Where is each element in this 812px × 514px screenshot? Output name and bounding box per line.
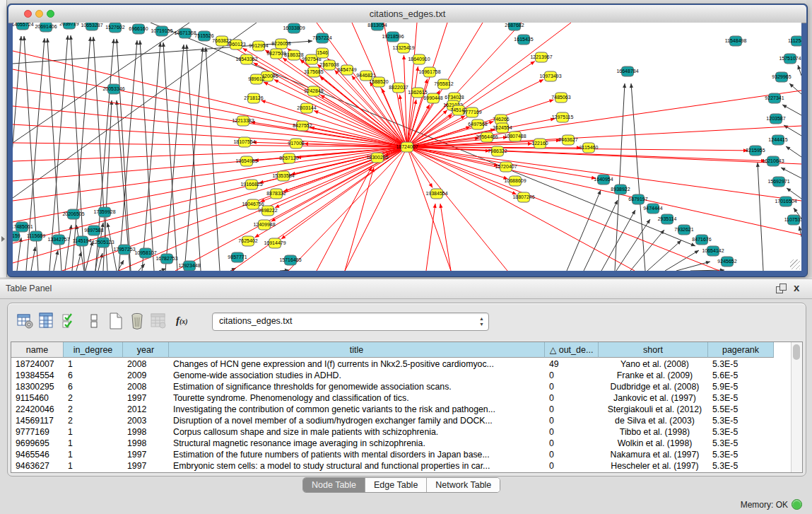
graph-node[interactable]: 9857771 <box>228 252 247 262</box>
graph-node[interactable]: 8471676 <box>692 235 711 245</box>
graph-node[interactable]: 12213383 <box>232 116 254 126</box>
graph-node[interactable]: 15692971 <box>767 177 789 187</box>
graph-node[interactable]: 13342757 <box>47 235 69 245</box>
memory-status-indicator[interactable] <box>792 499 802 510</box>
graph-node[interactable]: 9827508 <box>266 49 286 59</box>
cell-in_degree[interactable]: 2 <box>64 415 122 426</box>
table-row[interactable]: 1872400712008Changes of HCN gene express… <box>11 358 793 370</box>
graph-node[interactable]: 2935114 <box>658 214 677 224</box>
cell-in_degree[interactable]: 1 <box>64 358 122 370</box>
graph-node[interactable]: 9912954 <box>249 41 268 51</box>
graph-node[interactable]: 1640954 <box>594 175 613 185</box>
column-header-pagerank[interactable]: pagerank <box>708 342 774 358</box>
cell-short[interactable]: Tibbo et al. (1998) <box>599 426 707 438</box>
graph-node[interactable]: 9115460 <box>579 143 599 153</box>
row-height-icon[interactable] <box>86 312 104 330</box>
cell-year[interactable]: 2003 <box>123 415 167 426</box>
graph-node[interactable]: 20053346 <box>102 84 124 94</box>
cell-title[interactable]: Corpus callosum shape and size in male p… <box>169 426 543 438</box>
cell-out_de[interactable]: 0 <box>545 381 597 392</box>
graph-node[interactable]: 9329965 <box>772 72 791 82</box>
graph-node[interactable]: 17359928 <box>93 207 115 217</box>
cell-out_de[interactable]: 49 <box>545 358 597 370</box>
window-titlebar[interactable]: citations_edges.txt <box>8 5 806 23</box>
cell-out_de[interactable]: 0 <box>545 438 597 449</box>
delete-column-icon[interactable] <box>128 312 146 330</box>
graph-node[interactable]: 17957253 <box>113 245 135 255</box>
cell-short[interactable]: de Silva et al. (2003) <box>599 415 707 426</box>
graph-node[interactable]: 20691406 <box>35 23 57 32</box>
cell-short[interactable]: Yano et al. (2008) <box>599 358 707 370</box>
cell-in_degree[interactable]: 1 <box>64 460 122 472</box>
cell-out_de[interactable]: 0 <box>545 426 597 438</box>
column-header-title[interactable]: title <box>169 342 545 358</box>
table-row[interactable]: 2242004622012Investigating the contribut… <box>11 404 793 415</box>
graph-node[interactable]: 1107535 <box>784 215 801 225</box>
graph-node[interactable]: 19384554 <box>425 189 447 199</box>
cell-name[interactable]: 18300295 <box>11 381 62 392</box>
graph-node[interactable]: 20564486 <box>476 132 498 142</box>
cell-pagerank[interactable]: 5.6E-5 <box>708 370 772 381</box>
cell-year[interactable]: 1998 <box>123 426 167 438</box>
graph-node[interactable]: 16033809 <box>283 23 305 33</box>
cell-out_de[interactable]: 0 <box>545 404 597 415</box>
graph-node[interactable]: 17016504 <box>775 197 796 206</box>
cell-name[interactable]: 18724007 <box>11 358 62 370</box>
graph-node[interactable]: 1615435 <box>514 35 533 45</box>
cell-pagerank[interactable]: 5.3E-5 <box>708 449 772 460</box>
network-canvas[interactable]: 8960123991295482260589827508165433628186… <box>13 23 801 271</box>
graph-node[interactable]: 122160 <box>531 139 548 148</box>
graph-node[interactable]: 19654985 <box>235 156 257 166</box>
cell-name[interactable]: 19384554 <box>11 370 62 381</box>
cell-title[interactable]: Disruption of a novel member of a sodium… <box>169 415 543 426</box>
cell-year[interactable]: 1997 <box>123 449 167 460</box>
cell-short[interactable]: Stergiakouli et al. (2012) <box>599 404 707 415</box>
table-scrollbar[interactable] <box>791 342 802 472</box>
graph-node[interactable]: 8267130 <box>279 153 298 163</box>
cell-out_de[interactable]: 0 <box>545 449 597 460</box>
cell-year[interactable]: 2008 <box>123 358 167 370</box>
cell-out_de[interactable]: 0 <box>545 415 597 426</box>
cell-short[interactable]: Wolkin et al. (1998) <box>599 438 707 449</box>
cell-in_degree[interactable]: 2 <box>64 404 122 415</box>
cell-title[interactable]: Structural magnetic resonance image aver… <box>169 438 543 449</box>
cell-short[interactable]: Nakamura et al. (1997) <box>599 449 707 460</box>
table-row[interactable]: 977716911998Corpus callosum shape and si… <box>11 426 793 438</box>
graph-node[interactable]: 9498222 <box>258 206 277 216</box>
graph-node[interactable]: 8215955 <box>746 146 765 156</box>
import-table-icon[interactable] <box>149 312 167 330</box>
graph-node[interactable]: 11548498 <box>725 36 747 46</box>
graph-node[interactable]: 12975115 <box>552 112 574 122</box>
tab-network-table[interactable]: Network Table <box>427 478 500 492</box>
table-row[interactable]: 946362711997Embryonic stem cells: a mode… <box>11 460 793 472</box>
graph-node[interactable]: 2039719 <box>59 23 78 29</box>
cell-name[interactable]: 9115460 <box>11 392 62 404</box>
graph-node[interactable]: 9897588 <box>84 226 103 235</box>
cell-short[interactable]: Franke et al. (2009) <box>599 370 707 381</box>
cell-out_de[interactable]: 0 <box>545 370 597 381</box>
graph-node[interactable]: 16914479 <box>264 238 286 248</box>
create-column-icon[interactable] <box>107 312 125 330</box>
cell-title[interactable]: Embryonic stem cells: a model to study s… <box>169 460 543 472</box>
table-row[interactable]: 946554611997Estimation of the future num… <box>11 449 793 460</box>
cell-pagerank[interactable]: 5.3E-5 <box>708 438 772 449</box>
cell-out_de[interactable]: 0 <box>545 392 597 404</box>
cell-in_degree[interactable]: 1 <box>64 426 122 438</box>
graph-node[interactable]: 39159 <box>13 231 20 241</box>
graph-node[interactable]: 18640910 <box>408 54 430 64</box>
graph-node[interactable]: 3624554 <box>493 123 512 133</box>
graph-node[interactable]: 16648784 <box>616 66 638 76</box>
graph-node[interactable]: 1244415 <box>768 135 787 145</box>
column-header-in_degree[interactable]: in_degree <box>64 342 123 358</box>
cell-year[interactable]: 2008 <box>123 381 167 392</box>
graph-node[interactable]: 10654142 <box>702 246 724 256</box>
graph-node[interactable]: 16543362 <box>235 54 257 64</box>
column-header-year[interactable]: year <box>123 342 169 358</box>
graph-node[interactable]: 10653287 <box>81 23 102 30</box>
graph-node[interactable]: 1112543 <box>788 36 801 46</box>
graph-node[interactable]: 10719155 <box>151 26 172 36</box>
select-columns-icon[interactable] <box>60 312 78 330</box>
graph-node[interactable]: 1546 <box>317 48 329 58</box>
graph-node[interactable]: 9245652 <box>717 257 736 267</box>
tab-node-table[interactable]: Node Table <box>303 478 365 492</box>
